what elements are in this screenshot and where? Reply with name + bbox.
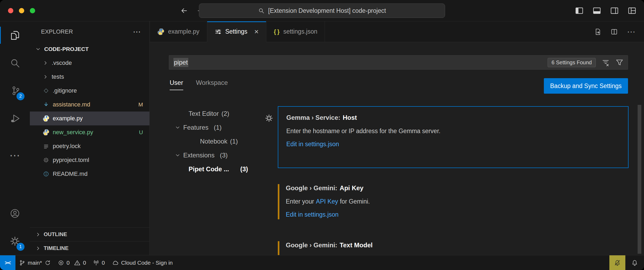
toc-item-pipet-code[interactable]: Pipet Code ... (3) [150,162,278,176]
setting-description: Enter the hostname or IP address for the… [286,128,620,135]
run-debug-icon [10,113,20,124]
open-settings-json-icon[interactable] [594,28,601,35]
toggle-secondary-sidebar-icon[interactable] [610,6,619,15]
file-tree: CODE-PROJECT .vscode tests .gitignore [30,42,149,181]
git-branch-icon [19,260,25,266]
explorer-sidebar: EXPLORER ⋯ CODE-PROJECT .vscode tests .g… [30,21,150,255]
traffic-lights [8,8,35,13]
warnings-icon [74,260,80,266]
clear-filter-icon[interactable] [602,58,610,66]
git-branch-status[interactable]: main* [15,255,54,270]
command-center[interactable]: [Extension Development Host] code-projec… [199,3,445,18]
settings-badge: 1 [17,243,25,251]
tree-item-root[interactable]: CODE-PROJECT [30,42,149,56]
sidebar-item-search[interactable] [0,49,30,77]
window-title: [Extension Development Host] code-projec… [268,7,386,14]
sidebar-item-settings[interactable]: 1 [0,227,30,255]
filter-icon[interactable] [616,58,623,66]
more-views-icon: ⋯ [9,150,21,161]
chevron-right-icon [43,74,48,80]
more-actions-icon[interactable]: ⋯ [627,27,636,36]
tab-settings[interactable]: Settings × [207,21,266,42]
remote-icon: >< [5,260,11,266]
toc-item-extensions[interactable]: Extensions (3) [150,148,278,162]
python-file-icon [43,115,50,122]
split-editor-icon[interactable] [610,28,618,35]
backup-sync-button[interactable]: Backup and Sync Settings [544,78,628,94]
problems-status[interactable]: 0 0 [54,255,89,270]
toc-item-text-editor[interactable]: Text Editor (2) [150,107,278,121]
close-window-button[interactable] [8,8,13,13]
git-status-badge: M [138,101,143,108]
tree-item-example-py[interactable]: example.py [30,112,149,125]
setting-google-gemini-text-model[interactable]: Google › Gemini:Text Model [278,234,629,255]
tab-bar: example.py Settings × { } settings.json [150,21,644,42]
toggle-primary-sidebar-icon[interactable] [575,6,584,15]
tree-item-readme-md[interactable]: README.md [30,167,149,181]
notifications-status[interactable] [625,255,644,270]
tree-item-gitignore[interactable]: .gitignore [30,84,149,98]
setting-gemma-service-host[interactable]: Gemma › Service:Host Enter the hostname … [278,106,629,168]
zoom-window-button[interactable] [30,8,35,13]
explorer-more-actions-icon[interactable]: ⋯ [133,28,141,36]
remote-indicator[interactable]: >< [0,255,15,270]
settings-search-input[interactable]: pipet 6 Settings Found [169,55,628,70]
tree-item-pyproject-toml[interactable]: pyproject.toml [30,153,149,167]
info-file-icon [43,171,50,177]
sidebar-item-more[interactable]: ⋯ [0,141,30,169]
notifications-muted-status[interactable] [609,255,625,270]
setting-google-gemini-api-key[interactable]: Google › Gemini:Api Key Enter yourAPI Ke… [278,177,629,225]
api-key-link[interactable]: API Key [316,198,338,205]
lock-file-icon [43,143,50,149]
account-icon [10,208,20,219]
gitignore-file-icon [43,88,50,94]
chevron-down-icon [175,125,181,130]
tab-settings-json[interactable]: { } settings.json [266,21,325,42]
git-status-badge: U [139,129,143,136]
bell-slash-icon [614,259,621,266]
scope-tab-workspace[interactable]: Workspace [196,79,228,90]
settings-editor: pipet 6 Settings Found User Workspace Ba… [150,42,644,255]
tree-item-new-service-py[interactable]: new_service.py U [30,125,149,139]
activity-bar: 2 ⋯ 1 [0,21,30,255]
customize-layout-icon[interactable] [627,6,637,15]
sidebar-item-source-control[interactable]: 2 [0,77,30,105]
sidebar-item-explorer[interactable] [0,21,30,49]
scope-tab-user[interactable]: User [170,79,183,90]
tree-item-tests[interactable]: tests [30,70,149,84]
minimize-window-button[interactable] [19,8,24,13]
sync-changes-icon [44,260,51,266]
search-icon [10,58,20,68]
toc-item-notebook[interactable]: Notebook (1) [150,134,278,148]
python-file-icon [157,28,164,35]
tab-example-py[interactable]: example.py [150,21,207,42]
sidebar-item-run-debug[interactable] [0,105,30,132]
setting-title: Google › Gemini:Api Key [286,184,621,192]
toc-item-features[interactable]: Features (1) [150,121,278,134]
markdown-file-icon [43,101,50,108]
vscode-window: [Extension Development Host] code-projec… [0,0,644,270]
cloud-code-status[interactable]: Cloud Code - Sign in [108,255,176,270]
edit-in-settings-json-link[interactable]: Edit in settings.json [286,141,620,148]
radio-tower-icon [93,260,99,266]
timeline-section-header[interactable]: TIMELINE [30,241,149,255]
python-file-icon [43,129,50,136]
ports-status[interactable]: 0 [89,255,108,270]
tree-item-vscode[interactable]: .vscode [30,56,149,70]
edit-in-settings-json-link[interactable]: Edit in settings.json [286,211,621,218]
cloud-icon [112,259,119,266]
navigate-back-icon[interactable] [180,7,188,15]
close-tab-icon[interactable]: × [254,28,259,35]
files-icon [10,30,20,40]
tree-item-poetry-lock[interactable]: poetry.lock [30,139,149,153]
outline-section-header[interactable]: OUTLINE [30,227,149,241]
tree-item-assistance-md[interactable]: assistance.md M [30,98,149,112]
sidebar-item-account[interactable] [0,200,30,227]
status-bar: >< main* 0 0 0 [0,255,644,270]
search-icon [258,7,264,14]
setting-actions-gear-icon[interactable] [265,114,273,122]
toggle-panel-icon[interactable] [592,6,601,15]
settings-toc: Text Editor (2) Features (1) Notebook (1… [150,106,278,255]
setting-title: Google › Gemini:Text Model [286,241,621,249]
scrollbar[interactable] [638,105,641,254]
